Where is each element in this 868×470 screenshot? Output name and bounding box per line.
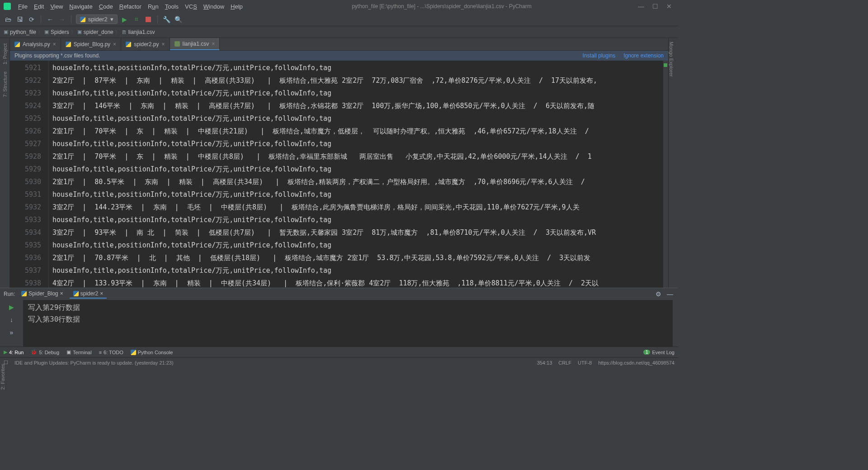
run-tab-spider2[interactable]: spider2× [70, 290, 107, 299]
separator [71, 15, 71, 24]
stop-icon[interactable] [144, 15, 153, 24]
editor-tabs: Analysis.py× Spider_Blog.py× spider2.py×… [10, 38, 668, 51]
menu-run[interactable]: Run [145, 2, 161, 11]
tab-lianjia[interactable]: lianjia1.csv× [170, 38, 220, 50]
run-toolbar: ▶ ↓ » [0, 300, 24, 347]
window-title: python_file [E:\python_file] - ...\Spide… [245, 3, 638, 9]
console-line: 写入第30行数据 [28, 313, 668, 325]
python-icon [126, 42, 131, 47]
menu-refactor[interactable]: Refactor [117, 2, 144, 11]
line-sep[interactable]: CRLF [558, 360, 571, 366]
open-icon[interactable]: 🗁 [4, 15, 13, 24]
minimize-panel-icon[interactable]: — [665, 290, 675, 299]
save-icon[interactable]: 🖫 [15, 15, 24, 24]
debug-icon[interactable]: ⌗ [132, 15, 141, 24]
console-line: 写入第29行数据 [28, 302, 668, 313]
python-icon [21, 291, 27, 296]
menu-navigate[interactable]: Navigate [66, 2, 95, 11]
crumb-file[interactable]: 🖹lianjia1.csv [122, 29, 155, 35]
bt-run[interactable]: ▶4: Run [4, 349, 24, 355]
bt-eventlog[interactable]: 1Event Log [643, 350, 675, 355]
folder-icon: ▣ [44, 29, 49, 35]
maximize-icon[interactable]: ☐ [652, 3, 658, 10]
menu-help[interactable]: Help [228, 2, 245, 11]
title-bar: File Edit View Navigate Code Refactor Ru… [0, 0, 678, 13]
ignore-extension-link[interactable]: Ignore extension [623, 52, 664, 59]
forward-icon[interactable]: → [57, 15, 66, 24]
minimize-icon[interactable]: — [638, 3, 644, 10]
run-panel: Run: Spider_Blog× spider2× ⚙ — ▶ ↓ » 写入第… [0, 288, 678, 347]
more-icon[interactable]: » [7, 328, 16, 337]
install-plugins-link[interactable]: Install plugins [583, 52, 616, 59]
close-icon[interactable]: × [162, 41, 165, 47]
close-icon[interactable]: × [60, 290, 63, 297]
tab-spider2[interactable]: spider2.py× [121, 38, 170, 50]
crumb-sep [71, 28, 75, 35]
menu-code[interactable]: Code [96, 2, 116, 11]
python-icon [73, 291, 79, 296]
rerun-icon[interactable]: ▶ [7, 303, 16, 312]
run-config-selector[interactable]: spider2 ▾ [76, 14, 118, 24]
crumb-root[interactable]: ▣python_file [4, 29, 36, 35]
folder-icon: ▣ [4, 29, 8, 35]
bt-todo[interactable]: ≡6: TODO [99, 350, 123, 355]
menu-file[interactable]: File [15, 2, 30, 11]
plugin-banner: Plugins supporting *.csv files found. In… [10, 51, 668, 61]
crumb-sep [115, 28, 120, 35]
left-rail: 1: Project 7: Structure [0, 38, 10, 288]
run-header: Run: Spider_Blog× spider2× ⚙ — [0, 288, 678, 300]
separator [157, 15, 158, 24]
debug-icon: 🐞 [31, 349, 37, 355]
close-icon[interactable]: × [53, 41, 56, 47]
run-console[interactable]: 写入第29行数据 写入第30行数据 [24, 300, 673, 347]
csv-icon [175, 41, 180, 47]
run-icon[interactable]: ▶ [120, 15, 129, 24]
run-config-label: spider2 [88, 16, 108, 23]
editor-body: 5921592259235924592559265927592859295930… [10, 61, 668, 288]
chevron-down-icon: ▾ [110, 16, 113, 23]
caret-position[interactable]: 354:13 [537, 360, 552, 366]
tab-spiderblog[interactable]: Spider_Blog.py× [61, 38, 121, 50]
menu-edit[interactable]: Edit [31, 2, 47, 11]
tab-analysis[interactable]: Analysis.py× [10, 38, 61, 50]
close-icon[interactable]: × [212, 41, 215, 47]
banner-message: Plugins supporting *.csv files found. [14, 52, 100, 59]
crumb-spiderdone[interactable]: ▣spider_done [77, 29, 113, 35]
editor-column: Analysis.py× Spider_Blog.py× spider2.py×… [10, 38, 668, 288]
status-right: https://blog.csdn.net/qq_46098574 [598, 360, 675, 366]
bt-debug[interactable]: 🐞5: Debug [31, 349, 59, 355]
close-icon[interactable]: ✕ [666, 3, 672, 10]
code-area[interactable]: houseInfo,title,positionInfo,totalPrice/… [49, 61, 663, 288]
rail-project[interactable]: 1: Project [2, 43, 8, 64]
rail-structure[interactable]: 7: Structure [2, 71, 8, 97]
run-tab-spiderblog[interactable]: Spider_Blog× [18, 290, 66, 299]
search-icon[interactable]: 🔍 [174, 15, 183, 24]
menu-tools[interactable]: Tools [162, 2, 181, 11]
error-indicator-icon [664, 63, 667, 67]
menu-vcs[interactable]: VCS [182, 2, 200, 11]
close-icon[interactable]: × [113, 41, 116, 47]
rail-mongo[interactable]: Mongo Explorer [669, 42, 674, 77]
rail-favorites[interactable]: 2: Favorites [0, 364, 5, 367]
encoding[interactable]: UTF-8 [578, 360, 592, 366]
menu-view[interactable]: View [47, 2, 66, 11]
wrench-icon[interactable]: 🔧 [162, 15, 171, 24]
python-icon [80, 17, 85, 22]
gutter: 5921592259235924592559265927592859295930… [10, 61, 49, 288]
gear-icon[interactable]: ⚙ [654, 290, 663, 299]
todo-icon: ≡ [99, 350, 102, 355]
python-icon [14, 42, 20, 47]
editor-scrollbar[interactable] [663, 61, 668, 288]
toolbar: 🗁 🖫 ⟳ ← → spider2 ▾ ▶ ⌗ 🔧 🔍 [0, 13, 678, 26]
stop-run-icon[interactable]: ↓ [7, 315, 16, 324]
menu-bar: File Edit View Navigate Code Refactor Ru… [15, 2, 245, 11]
sync-icon[interactable]: ⟳ [27, 15, 36, 24]
bt-terminal[interactable]: ▣Terminal [66, 349, 92, 355]
crumb-spiders[interactable]: ▣Spiders [44, 29, 69, 35]
close-icon[interactable]: × [100, 290, 103, 297]
run-scrollbar[interactable] [673, 300, 678, 347]
back-icon[interactable]: ← [46, 15, 55, 24]
bt-pyconsole[interactable]: Python Console [131, 350, 173, 355]
menu-window[interactable]: Window [201, 2, 227, 11]
status-bar: ☐ IDE and Plugin Updates: PyCharm is rea… [0, 357, 678, 367]
